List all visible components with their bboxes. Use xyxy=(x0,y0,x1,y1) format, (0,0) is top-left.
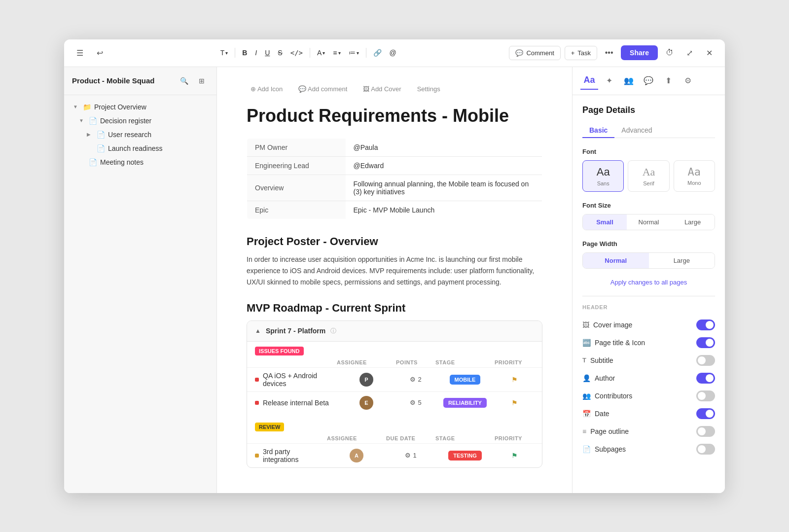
review-tag: REVIEW xyxy=(255,423,284,431)
issue-row: Release internal Beta E ⚙ 5 RELIABILITY xyxy=(247,391,542,414)
rp-divider xyxy=(582,296,715,296)
info-key: Engineering Lead xyxy=(247,156,346,175)
subpages-toggle[interactable] xyxy=(696,444,715,455)
rp-export-button[interactable]: ⬆ xyxy=(659,72,677,90)
review-row: 3rd party integrations A ⚙ 1 TESTING xyxy=(247,443,542,467)
mention-button[interactable]: @ xyxy=(387,47,399,59)
apply-all-link[interactable]: Apply changes to all pages xyxy=(582,279,715,286)
font-color-button[interactable]: A ▾ xyxy=(314,47,328,59)
more-button[interactable]: ••• xyxy=(601,45,617,61)
toggle-label: Contributors xyxy=(595,392,632,400)
info-value: Following annual planning, the Mobile te… xyxy=(346,175,542,201)
issues-found-columns: ASSIGNEE POINTS STAGE PRIORITY xyxy=(247,357,542,367)
issue-label: 3rd party integrations xyxy=(255,448,327,463)
size-normal-button[interactable]: Normal xyxy=(627,214,671,230)
rp-tab-basic[interactable]: Basic xyxy=(582,123,614,138)
issue-group-review: REVIEW ASSIGNEE DUE DATE STAGE PRIORITY … xyxy=(247,418,542,467)
underline-button[interactable]: U xyxy=(262,47,273,59)
rp-design-button[interactable]: ✦ xyxy=(600,72,618,90)
font-option-mono[interactable]: Aa Mono xyxy=(674,160,715,192)
history-button[interactable]: ⏱ xyxy=(662,45,678,61)
col-assignee: ASSIGNEE xyxy=(327,435,386,441)
rp-members-button[interactable]: 👥 xyxy=(620,72,638,90)
sidebar-item-decision-register[interactable]: ▼ 📄 Decision register xyxy=(67,114,214,128)
stage-cell: RELIABILITY xyxy=(435,398,495,408)
rp-comments-button[interactable]: 💬 xyxy=(640,72,657,90)
width-large-button[interactable]: Large xyxy=(649,253,715,268)
code-button[interactable]: </> xyxy=(287,47,306,59)
subtitle-toggle[interactable] xyxy=(696,355,715,366)
size-large-button[interactable]: Large xyxy=(671,214,715,230)
toggle-label: Page title & Icon xyxy=(595,339,645,347)
editor-area[interactable]: ⊕ Add Icon 💬 Add comment 🖼 Add Cover Set… xyxy=(217,67,572,493)
page-title-toggle[interactable] xyxy=(696,337,715,348)
rp-settings-button[interactable]: ⚙ xyxy=(679,72,697,90)
page-width-section: Page Width Normal Large xyxy=(582,240,715,269)
rp-section-title: Page Details xyxy=(582,105,715,115)
add-cover-button[interactable]: 🖼 Add Cover xyxy=(359,83,405,95)
issue-label: QA iOS + Android devices xyxy=(255,372,337,388)
layout-button[interactable]: ⊞ xyxy=(195,74,209,88)
issue-group-issues-found: ISSUES FOUND ASSIGNEE POINTS STAGE PRIOR… xyxy=(247,342,542,414)
cover-image-toggle[interactable] xyxy=(696,319,715,330)
bold-button[interactable]: B xyxy=(239,47,250,59)
toggle-subtitle: T Subtitle xyxy=(582,352,715,369)
rp-typography-button[interactable]: Aa xyxy=(580,72,598,90)
hamburger-button[interactable]: ☰ xyxy=(72,45,88,61)
settings-button[interactable]: Settings xyxy=(413,83,444,95)
add-icon-button[interactable]: ⊕ Add Icon xyxy=(247,83,287,95)
comment-icon: 💬 xyxy=(515,49,523,57)
issues-found-tag: ISSUES FOUND xyxy=(255,347,304,355)
text-format-button[interactable]: T ▾ xyxy=(217,47,231,59)
close-button[interactable]: ✕ xyxy=(701,45,717,61)
expand-button[interactable]: ⤢ xyxy=(681,45,697,61)
avatar: E xyxy=(359,396,373,410)
add-comment-button[interactable]: 💬 Add comment xyxy=(294,83,351,95)
folder-icon: 📁 xyxy=(83,103,91,111)
sidebar-item-project-overview[interactable]: ▼ 📁 Project Overview xyxy=(67,100,214,114)
strikethrough-button[interactable]: S xyxy=(275,47,285,59)
sidebar-item-label: Project Overview xyxy=(94,103,208,111)
date-toggle[interactable] xyxy=(696,408,715,419)
undo-button[interactable]: ↩ xyxy=(92,45,108,61)
rp-tab-advanced[interactable]: Advanced xyxy=(614,123,659,138)
info-value: Epic - MVP Mobile Launch xyxy=(346,201,542,219)
contributors-toggle[interactable] xyxy=(696,390,715,401)
page-outline-icon: ≡ xyxy=(582,427,586,435)
page-outline-toggle[interactable] xyxy=(696,426,715,437)
sidebar: Product - Mobile Squad 🔍 ⊞ ▼ 📁 Project O… xyxy=(64,67,217,493)
page-icon: 📄 xyxy=(97,144,105,152)
width-normal-button[interactable]: Normal xyxy=(583,253,649,268)
share-button[interactable]: Share xyxy=(621,45,658,60)
header-section-label: HEADER xyxy=(582,304,715,310)
italic-button[interactable]: I xyxy=(252,47,260,59)
toggle-label: Page outline xyxy=(590,427,629,435)
sidebar-item-user-research[interactable]: ▶ 📄 User research xyxy=(67,128,214,142)
font-option-serif[interactable]: Aa Serif xyxy=(628,160,669,192)
sidebar-item-meeting-notes[interactable]: ▶ 📄 Meeting notes xyxy=(67,155,214,169)
info-value: @Paula xyxy=(346,138,542,156)
font-option-sans[interactable]: Aa Sans xyxy=(582,160,624,192)
right-panel-content: Page Details Basic Advanced Font Aa Sans… xyxy=(573,95,725,468)
issue-text: 3rd party integrations xyxy=(263,448,327,463)
divider-3 xyxy=(366,48,366,58)
points-cell: ⚙ 2 xyxy=(396,376,435,383)
toggle-label-left: 🔤 Page title & Icon xyxy=(582,339,645,347)
toggle-cover-image: 🖼 Cover image xyxy=(582,316,715,334)
points-value: 1 xyxy=(413,452,416,459)
font-options: Aa Sans Aa Serif Aa Mono xyxy=(582,160,715,192)
points-cell: ⚙ 5 xyxy=(396,399,435,406)
search-button[interactable]: 🔍 xyxy=(177,74,191,88)
issue-dot-icon xyxy=(255,454,259,458)
info-key: PM Owner xyxy=(247,138,346,156)
link-button[interactable]: 🔗 xyxy=(370,47,385,59)
author-toggle[interactable] xyxy=(696,373,715,384)
list-button[interactable]: ≔ ▾ xyxy=(346,47,362,59)
size-small-button[interactable]: Small xyxy=(583,214,627,230)
flag-icon: ⚑ xyxy=(511,376,518,384)
align-button[interactable]: ≡ ▾ xyxy=(330,47,343,59)
task-button[interactable]: + Task xyxy=(565,46,597,60)
comment-button[interactable]: 💬 Comment xyxy=(509,46,560,60)
page-width-label: Page Width xyxy=(582,240,715,248)
sidebar-item-launch-readiness[interactable]: ▶ 📄 Launch readiness xyxy=(67,142,214,155)
